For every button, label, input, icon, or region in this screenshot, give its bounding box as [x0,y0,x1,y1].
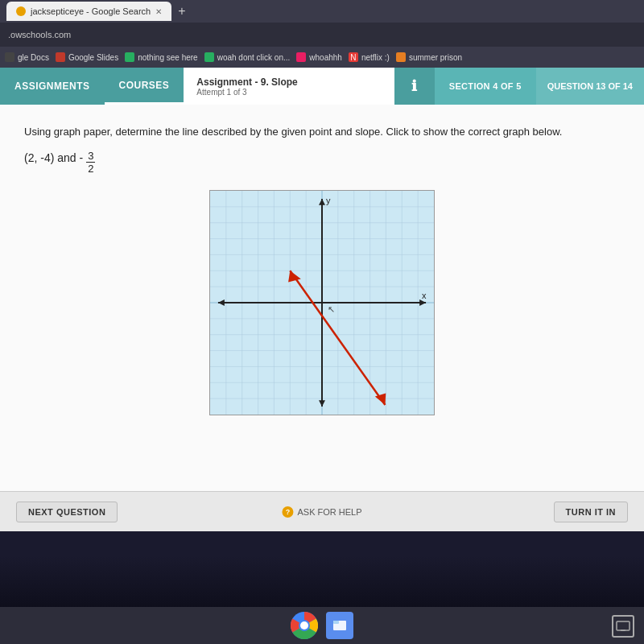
svg-rect-44 [617,621,630,630]
bookmark-label-whoahhh: whoahhh [309,53,342,62]
graph-wrapper[interactable]: x y [209,190,435,415]
bookmark-label-woah: woah dont click on... [217,53,291,62]
nav-bar: ASSIGNMENTS COURSES Assignment - 9. Slop… [0,68,644,105]
fraction-denominator: 2 [86,163,95,175]
tab-bar: jacksepticeye - Google Search ✕ + [0,0,644,23]
bookmark-netflix[interactable]: N netflix :) [349,52,390,62]
bookmarks-bar: gle Docs Google Slides nothing see here … [0,47,644,68]
address-bar[interactable]: .owschools.com [0,23,644,47]
help-icon: ? [282,506,293,518]
bookmark-summer-prison[interactable]: summer prison [396,52,462,62]
nav-section: SECTION 4 OF 5 [435,68,536,105]
info-icon[interactable]: ℹ [394,68,435,105]
screen-icon [612,615,634,638]
svg-point-41 [300,621,308,630]
nav-assignments[interactable]: ASSIGNMENTS [0,68,105,105]
bookmark-icon-whoahhh [296,52,306,62]
bookmark-icon-netflix: N [349,52,358,62]
taskbar [0,607,644,644]
browser-chrome: jacksepticeye - Google Search ✕ + .owsch… [0,0,644,68]
address-text: .owschools.com [8,30,71,39]
assignment-name: Assignment - 9. Slope [196,76,381,88]
next-question-button[interactable]: NEXT QUESTION [16,502,118,522]
ask-for-help-label: ASK FOR HELP [297,507,361,517]
bookmark-label-nothing: nothing see here [138,53,198,62]
bottom-bar: NEXT QUESTION ? ASK FOR HELP TURN IT IN [0,491,644,531]
tab-favicon [16,6,26,16]
bookmark-label-summer: summer prison [409,53,462,62]
active-tab[interactable]: jacksepticeye - Google Search ✕ [6,2,171,21]
assignment-attempt: Attempt 1 of 3 [196,88,381,97]
svg-rect-43 [333,621,339,624]
svg-text:↖: ↖ [328,304,335,314]
bookmark-icon-docs [5,52,14,62]
info-symbol: ℹ [411,77,417,95]
bookmark-icon-summer [396,52,406,62]
screen-capture-icon[interactable] [612,615,634,638]
bookmark-google-slides[interactable]: Google Slides [56,52,118,62]
svg-text:x: x [422,291,427,300]
bookmark-whoahhh[interactable]: whoahhh [296,52,342,62]
graph-svg: x y [210,191,434,415]
tab-close-button[interactable]: ✕ [155,7,162,16]
nav-assignment-title: Assignment - 9. Slope Attempt 1 of 3 [184,68,394,105]
turn-it-in-button[interactable]: TURN IT IN [554,502,628,522]
point-slope-display: (2, -4) and - 3 2 [24,151,620,175]
point-text: (2, -4) and - [24,151,83,164]
bookmark-google-docs[interactable]: gle Docs [5,52,49,62]
nav-courses[interactable]: COURSES [105,68,184,105]
fraction-numerator: 3 [86,150,95,163]
tab-label: jacksepticeye - Google Search [31,6,151,16]
bookmark-label-slides: Google Slides [68,53,118,62]
content-wrapper: ASSIGNMENTS COURSES Assignment - 9. Slop… [0,68,644,531]
nav-question: QUESTION 13 OF 14 [536,68,644,105]
bookmark-label-docs: gle Docs [18,53,49,62]
files-taskbar-icon[interactable] [326,612,353,639]
bookmark-nothing-see-here[interactable]: nothing see here [125,52,198,62]
fraction-display: 3 2 [86,150,95,175]
question-text: Using graph paper, determine the line de… [24,124,620,140]
ask-for-help-button[interactable]: ? ASK FOR HELP [282,506,361,518]
bookmark-icon-slides [56,52,65,62]
graph-container[interactable]: x y [24,190,620,415]
bookmark-icon-woah [204,52,214,62]
bookmark-icon-nothing [125,52,134,62]
question-area: Using graph paper, determine the line de… [0,105,644,491]
svg-text:y: y [326,196,331,205]
new-tab-button[interactable]: + [178,4,185,19]
chrome-taskbar-icon[interactable] [291,612,318,639]
bookmark-label-netflix: netflix :) [361,53,390,62]
bookmark-woah-dont-click[interactable]: woah dont click on... [204,52,291,62]
